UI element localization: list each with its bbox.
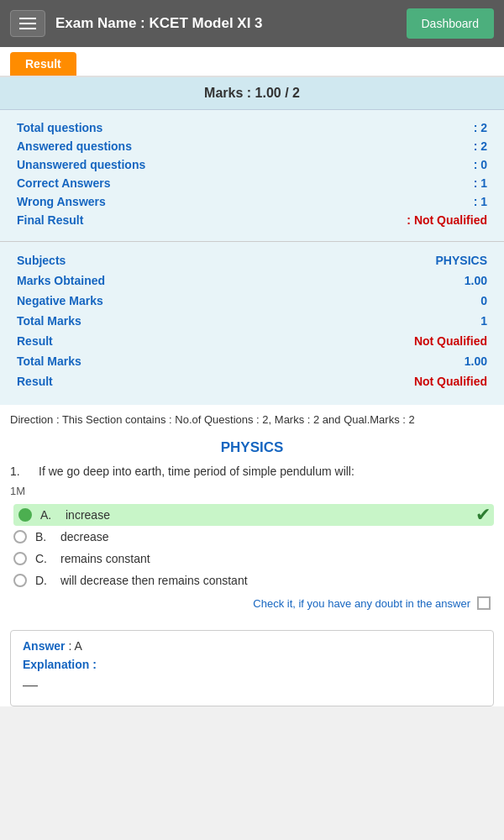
option-c-row[interactable]: C. remains constant	[13, 548, 494, 570]
result1-value: Not Qualified	[414, 334, 487, 348]
option-d-row[interactable]: D. will decrease then remains constant	[13, 570, 494, 591]
total-questions-label: Total questions	[17, 121, 102, 134]
subjects-value: PHYSICS	[436, 254, 487, 267]
doubt-checkbox[interactable]	[477, 596, 491, 610]
result2-row: Result Not Qualified	[17, 371, 487, 391]
answered-label: Answered questions	[17, 139, 132, 153]
wrong-answers-label: Wrong Answers	[17, 195, 106, 208]
result2-label: Result	[17, 375, 53, 388]
marks-header: Marks : 1.00 / 2	[0, 77, 504, 110]
hamburger-button[interactable]	[10, 10, 45, 37]
total-questions-row: Total questions : 2	[17, 118, 487, 137]
question-number: 1.	[10, 465, 30, 478]
result-tab[interactable]: Result	[10, 52, 76, 76]
correct-answers-label: Correct Answers	[17, 176, 111, 190]
negative-marks-row: Negative Marks 0	[17, 291, 487, 311]
answer-line: Answer : A	[23, 639, 481, 653]
physics-heading: PHYSICS	[0, 434, 504, 465]
marks-obtained-label: Marks Obtained	[17, 274, 105, 287]
dashboard-button[interactable]: Dashboard	[407, 8, 495, 39]
total-marks2-row: Total Marks 1.00	[17, 351, 487, 371]
total-marks-row: Total Marks 1	[17, 311, 487, 331]
option-c-text: remains constant	[60, 552, 494, 565]
question-marks: 1M	[10, 485, 494, 497]
question-block: 1. If we go deep into earth, time period…	[0, 465, 504, 623]
unanswered-row: Unanswered questions : 0	[17, 155, 487, 174]
option-a-text: increase	[66, 508, 489, 522]
result1-row: Result Not Qualified	[17, 331, 487, 351]
subjects-label: Subjects	[17, 254, 66, 267]
options-list: A. increase ✔ B. decrease C. remains con…	[10, 504, 494, 591]
correct-answers-value: : 1	[474, 176, 487, 190]
check-doubt-text: Check it, if you have any doubt in the a…	[253, 597, 470, 610]
total-marks2-label: Total Marks	[17, 354, 81, 368]
marks-obtained-value: 1.00	[465, 274, 487, 287]
radio-d[interactable]	[13, 574, 27, 587]
direction-text: Direction : This Section contains : No.o…	[0, 405, 504, 434]
total-marks-value: 1	[480, 314, 487, 328]
negative-marks-label: Negative Marks	[17, 294, 103, 307]
option-d-text: will decrease then remains constant	[60, 574, 494, 587]
total-marks2-value: 1.00	[465, 354, 487, 368]
question-text: If we go deep into earth, time period of…	[39, 465, 494, 478]
option-d-label: D.	[35, 574, 52, 587]
direction-label: Direction : This Section contains : No.o…	[10, 413, 415, 426]
option-c-label: C.	[35, 552, 52, 565]
answered-row: Answered questions : 2	[17, 137, 487, 155]
correct-answers-row: Correct Answers : 1	[17, 174, 487, 192]
option-a-label: A.	[40, 508, 57, 522]
result-tab-area: Result	[0, 47, 504, 77]
answer-value: A	[74, 639, 81, 653]
checkmark-icon: ✔	[475, 504, 491, 526]
final-result-value: : Not Qualified	[407, 213, 487, 227]
exam-title: Exam Name : KCET Model XI 3	[55, 15, 396, 32]
radio-a[interactable]	[18, 508, 32, 522]
unanswered-value: : 0	[474, 158, 487, 171]
unanswered-label: Unanswered questions	[17, 158, 145, 171]
total-questions-value: : 2	[474, 121, 487, 134]
marks-obtained-row: Marks Obtained 1.00	[17, 270, 487, 291]
option-b-text: decrease	[60, 530, 494, 543]
hamburger-line-1	[19, 18, 36, 19]
answered-value: : 2	[474, 139, 487, 153]
result2-value: Not Qualified	[414, 375, 487, 388]
hamburger-line-3	[19, 28, 36, 29]
negative-marks-value: 0	[480, 294, 487, 307]
subjects-section: Subjects PHYSICS Marks Obtained 1.00 Neg…	[0, 242, 504, 405]
subjects-row: Subjects PHYSICS	[17, 250, 487, 270]
option-b-label: B.	[35, 530, 52, 543]
main-content: Marks : 1.00 / 2 Total questions : 2 Ans…	[0, 77, 504, 706]
result1-label: Result	[17, 334, 53, 348]
answer-label: Answer	[23, 639, 66, 653]
wrong-answers-value: : 1	[474, 195, 487, 208]
question-row: 1. If we go deep into earth, time period…	[10, 465, 494, 478]
radio-b[interactable]	[13, 530, 27, 543]
radio-c[interactable]	[13, 552, 27, 565]
final-result-label: Final Result	[17, 213, 83, 227]
final-result-row: Final Result : Not Qualified	[17, 211, 487, 229]
option-b-row[interactable]: B. decrease	[13, 526, 494, 548]
answer-box: Answer : A Explanation : —	[10, 630, 494, 706]
explanation-label: Explanation :	[23, 658, 481, 671]
stats-section: Total questions : 2 Answered questions :…	[0, 110, 504, 242]
total-marks-label: Total Marks	[17, 314, 81, 328]
check-doubt-row: Check it, if you have any doubt in the a…	[10, 591, 494, 615]
wrong-answers-row: Wrong Answers : 1	[17, 192, 487, 211]
option-a-row[interactable]: A. increase ✔	[13, 504, 494, 526]
explanation-dash: —	[23, 676, 481, 694]
hamburger-line-2	[19, 23, 36, 24]
header: Exam Name : KCET Model XI 3 Dashboard	[0, 0, 504, 47]
